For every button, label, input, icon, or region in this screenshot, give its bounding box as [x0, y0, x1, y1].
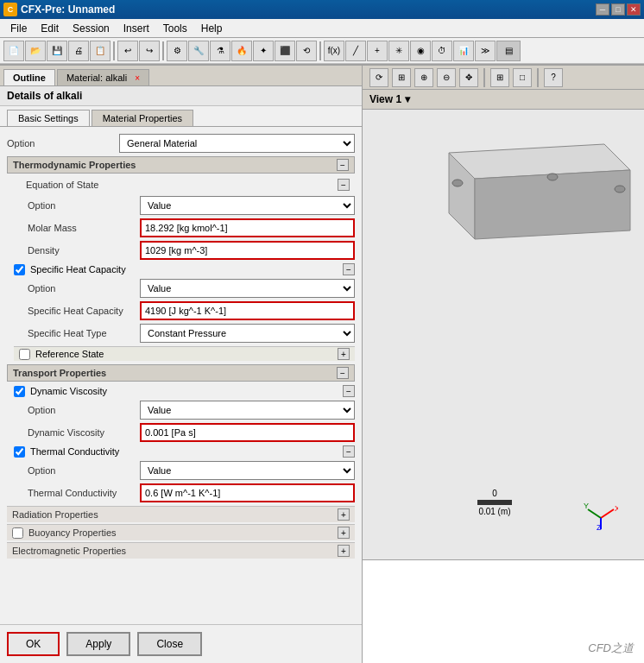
- view-dropdown-icon[interactable]: ▾: [405, 93, 410, 105]
- minimize-button[interactable]: ─: [596, 3, 609, 16]
- save-button[interactable]: 💾: [47, 41, 67, 61]
- density-input[interactable]: [140, 241, 355, 260]
- radiation-section-header[interactable]: Radiation Properties +: [7, 506, 355, 522]
- toolbar-btn-20[interactable]: ⏱: [432, 41, 452, 61]
- toolbar-btn-4[interactable]: 🖨: [68, 41, 89, 61]
- menu-help[interactable]: Help: [194, 21, 230, 36]
- tc-option-select[interactable]: Value: [140, 461, 355, 480]
- buoyancy-checkbox[interactable]: [12, 527, 23, 539]
- reference-state-checkbox[interactable]: [19, 349, 30, 360]
- molar-mass-input[interactable]: [140, 218, 355, 237]
- eos-collapse-icon[interactable]: −: [338, 179, 350, 191]
- shc-input[interactable]: [140, 301, 355, 320]
- close-button[interactable]: Close: [137, 632, 202, 656]
- open-button[interactable]: 📂: [25, 41, 46, 61]
- close-window-button[interactable]: ✕: [627, 3, 641, 16]
- toolbar-btn-23[interactable]: ▤: [496, 41, 521, 61]
- viewport-3d[interactable]: 0 0.01 (m) X Y Z: [363, 110, 644, 559]
- vp-info-button[interactable]: ?: [544, 68, 563, 87]
- viewport-title-bar: View 1 ▾: [363, 90, 644, 110]
- molar-mass-control: [140, 218, 355, 237]
- vp-pan-button[interactable]: ✥: [459, 68, 478, 87]
- tab-outline[interactable]: Outline: [3, 69, 55, 85]
- maximize-button[interactable]: □: [611, 3, 625, 16]
- scale-bar-container: 0 0.01 (m): [477, 489, 512, 516]
- app-icon: C: [3, 3, 17, 16]
- tc-input[interactable]: [140, 483, 355, 502]
- vp-zoom-out-button[interactable]: ⊖: [437, 68, 456, 87]
- toolbar-btn-11[interactable]: 🔥: [231, 41, 252, 61]
- sht-row: Specific Heat Type Constant Pressure: [14, 324, 355, 343]
- dv-value-control: [140, 423, 355, 442]
- thermodynamic-collapse-icon[interactable]: −: [337, 159, 349, 171]
- toolbar-btn-14[interactable]: ⟲: [296, 41, 317, 61]
- toolbar-btn-22[interactable]: ≫: [475, 41, 496, 61]
- new-button[interactable]: 📄: [3, 41, 24, 61]
- menu-edit[interactable]: Edit: [34, 21, 66, 36]
- menu-file[interactable]: File: [3, 21, 34, 36]
- specific-heat-checkbox[interactable]: [14, 264, 25, 275]
- vp-display-button[interactable]: □: [513, 68, 532, 87]
- menu-insert[interactable]: Insert: [117, 21, 156, 36]
- form-content: Option General Material Thermodynamic Pr…: [0, 127, 362, 624]
- eos-option-select[interactable]: Value: [140, 196, 355, 215]
- buoyancy-checkbox-container: Buoyancy Properties: [12, 527, 117, 539]
- toolbar-btn-17[interactable]: +: [367, 41, 388, 61]
- buoyancy-section-header[interactable]: Buoyancy Properties +: [7, 524, 355, 540]
- sht-select[interactable]: Constant Pressure: [140, 324, 355, 343]
- apply-button[interactable]: Apply: [66, 632, 130, 656]
- toolbar-btn-15[interactable]: f(x): [324, 41, 344, 61]
- dynamic-visc-collapse-icon[interactable]: −: [343, 385, 355, 397]
- reference-state-expand-icon[interactable]: +: [338, 348, 350, 360]
- shc-option-select[interactable]: Value: [140, 279, 355, 298]
- toolbar-btn-12[interactable]: ✦: [253, 41, 274, 61]
- vp-zoom-in-button[interactable]: ⊕: [414, 68, 433, 87]
- vp-rotate-button[interactable]: ⟳: [369, 68, 388, 87]
- thermal-cond-checkbox[interactable]: [14, 446, 25, 458]
- vp-zoom-fit-button[interactable]: ⊞: [392, 68, 411, 87]
- inner-tab-material-properties[interactable]: Material Properties: [92, 110, 193, 126]
- radiation-expand-icon[interactable]: +: [338, 508, 350, 521]
- buoyancy-expand-icon[interactable]: +: [338, 527, 350, 539]
- toolbar-btn-10[interactable]: ⚗: [210, 41, 230, 61]
- tab-close-icon[interactable]: ×: [135, 73, 140, 83]
- thermodynamic-section-header[interactable]: Thermodynamic Properties −: [7, 156, 355, 174]
- vp-grid-button[interactable]: ⊞: [490, 68, 509, 87]
- transport-section-header[interactable]: Transport Properties −: [7, 364, 355, 382]
- svg-line-8: [588, 509, 601, 518]
- toolbar-btn-9[interactable]: 🔧: [188, 41, 209, 61]
- toolbar-btn-16[interactable]: ╱: [345, 41, 366, 61]
- viewport-bottom-panel: CFD之道: [363, 559, 644, 663]
- scale-bar: [477, 500, 512, 505]
- dv-option-select[interactable]: Value: [140, 401, 355, 420]
- shc-label: Specific Heat Capacity: [28, 306, 140, 316]
- option-label: Option: [7, 138, 119, 148]
- toolbar-btn-18[interactable]: ✳: [388, 41, 409, 61]
- dv-option-row: Option Value: [14, 401, 355, 420]
- dynamic-visc-checkbox[interactable]: [14, 386, 25, 397]
- toolbar-btn-21[interactable]: 📊: [453, 41, 474, 61]
- specific-heat-checkbox-label: Specific Heat Capacity: [30, 264, 126, 275]
- toolbar-btn-5[interactable]: 📋: [90, 41, 110, 61]
- tab-material[interactable]: Material: alkali ×: [57, 69, 149, 85]
- ok-button[interactable]: OK: [7, 632, 60, 656]
- undo-button[interactable]: ↩: [117, 41, 138, 61]
- specific-heat-collapse-icon[interactable]: −: [343, 263, 355, 275]
- redo-button[interactable]: ↪: [139, 41, 160, 61]
- svg-line-6: [601, 509, 614, 518]
- inner-tab-basic-settings[interactable]: Basic Settings: [7, 110, 90, 126]
- sht-control: Constant Pressure: [140, 324, 355, 343]
- scale-zero-label: 0: [477, 489, 512, 498]
- option-select[interactable]: General Material: [119, 134, 355, 153]
- dv-input[interactable]: [140, 423, 355, 442]
- menu-tools[interactable]: Tools: [156, 21, 194, 36]
- em-section-header[interactable]: Electromagnetic Properties +: [7, 542, 355, 559]
- toolbar-btn-8[interactable]: ⚙: [167, 41, 187, 61]
- transport-collapse-icon[interactable]: −: [337, 367, 349, 379]
- menu-session[interactable]: Session: [66, 21, 117, 36]
- toolbar-btn-13[interactable]: ⬛: [275, 41, 295, 61]
- tc-label: Thermal Conductivity: [28, 488, 140, 498]
- thermal-cond-collapse-icon[interactable]: −: [343, 445, 355, 458]
- em-expand-icon[interactable]: +: [338, 545, 350, 557]
- toolbar-btn-19[interactable]: ◉: [410, 41, 431, 61]
